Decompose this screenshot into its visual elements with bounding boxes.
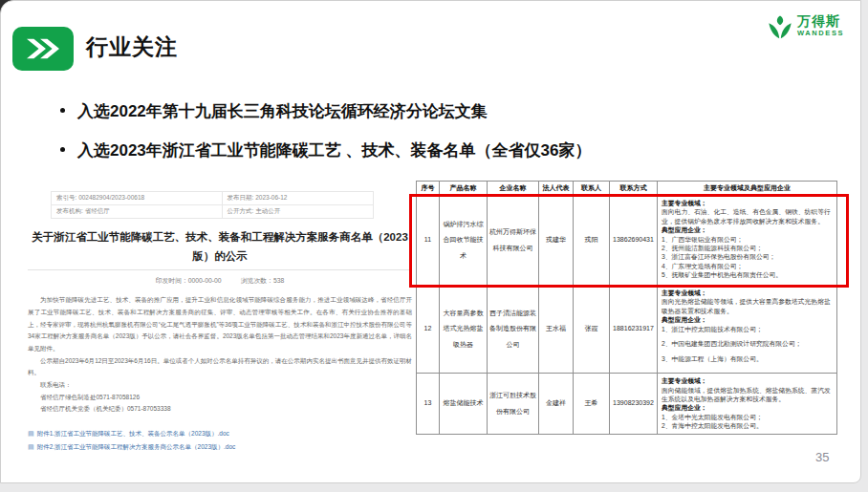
detail-apps-label: 典型应用企业：	[662, 315, 833, 324]
cell-no: 13	[417, 374, 440, 435]
bullet-text: 入选2022年第十九届长三角科技论坛循环经济分论坛文集	[77, 100, 488, 122]
cell-detail: 主要专业领域： 面向电力、石油、化工、造纸、有色金属、钢铁、纺织等行业，提供锅炉…	[658, 196, 837, 286]
attachment-icon: ▤	[28, 443, 34, 450]
detail-apps-list: 1、金塔中光太阳能发电有限公司； 2、青海中控太阳能发电有限公司。	[662, 413, 833, 431]
cell-company: 杭州万得斯环保科技有限公司	[488, 196, 539, 286]
table-header-row: 序号 产品名称 企业名称 法人代表 联系人 联系方式 主要专业领域及典型应用企业	[417, 182, 837, 196]
app-item: 2、抚州能洁新能源科技有限公司；	[662, 244, 833, 252]
app-item: 1、金塔中光太阳能发电有限公司；	[662, 413, 833, 421]
bullet-text: 入选2023年浙江省工业节能降碳工艺 、技术、装备名单（全省仅36家）	[77, 139, 591, 161]
cell-legal: 王水福	[539, 286, 574, 374]
meta-value: 省经信厅	[85, 207, 110, 214]
doc-meta-cell: 发布机构: 省经信厅	[52, 205, 223, 219]
company-logo: 万得斯 WANDESS	[767, 14, 844, 41]
cell-company: 浙江可胜技术股份有限公司	[488, 374, 539, 435]
page-number: 35	[815, 450, 829, 464]
cell-contact: 王希	[574, 374, 610, 435]
col-header: 主要专业领域及典型应用企业	[658, 182, 837, 196]
app-item: 2、中国电建集团西北勘测设计研究院有限公司；	[662, 339, 833, 348]
doc-stats: 印发时间：0000-00-00 浏览次数：538	[28, 276, 412, 286]
col-header: 联系人	[574, 182, 610, 196]
attachment-icon: ▤	[28, 430, 34, 437]
bullet-list: 入选2022年第十九届长三角科技论坛循环经济分论坛文集 入选2023年浙江省工业…	[60, 100, 768, 179]
cell-detail: 主要专业领域： 面向光热熔盐储能等领域，提供大容量高参数塔式光热熔盐吸热器装置和…	[658, 286, 837, 374]
logo-plant-icon	[767, 14, 793, 41]
doc-body: 为加快节能降碳先进工艺、技术、装备的推广应用，提升工业和信息化领域节能降碳综合服…	[28, 294, 412, 416]
detail-apps-label: 典型应用企业：	[662, 225, 833, 234]
provider-table-panel: 序号 产品名称 企业名称 法人代表 联系人 联系方式 主要专业领域及典型应用企业…	[416, 181, 837, 435]
cell-legal: 金建祥	[539, 374, 574, 435]
attachment-text: 附件1.浙江省工业节能降碳工艺、技术、装备公示名单（2023版）.doc	[37, 427, 229, 440]
cell-contact: 戎阳	[574, 196, 610, 286]
bullet-item: 入选2022年第十九届长三角科技论坛循环经济分论坛文集	[60, 100, 768, 122]
doc-meta-cell: 发布日期: 2023-06-12	[222, 192, 373, 205]
double-chevron-icon	[12, 27, 74, 71]
app-item: 2、青海中控太阳能发电有限公司。	[662, 421, 833, 430]
logo-text-cn: 万得斯	[797, 14, 844, 28]
meta-value: 主动公开	[255, 207, 280, 214]
cell-legal: 戎建华	[539, 196, 574, 286]
app-item: 3、浙江富春江环保热电股份有限公司；	[662, 252, 833, 261]
attachment-list: ▤ 附件1.浙江省工业节能降碳工艺、技术、装备公示名单（2023版）.doc ▤…	[28, 427, 412, 454]
cell-product: 大容量高参数塔式光热熔盐吸热器	[440, 286, 488, 374]
page-title: 行业关注	[86, 32, 178, 62]
meta-label: 发布机构:	[56, 207, 83, 214]
cell-no: 11	[417, 196, 440, 286]
attachment-text: 附件2.浙江省工业节能降碳工程解决方案服务商公示名单（2023版）.doc	[37, 440, 236, 454]
logo-text-en: WANDESS	[797, 30, 844, 37]
cell-product: 熔盐储能技术	[440, 374, 488, 435]
attachment-link[interactable]: ▤ 附件1.浙江省工业节能降碳工艺、技术、装备公示名单（2023版）.doc	[28, 427, 412, 440]
cell-phone: 13862690431	[610, 196, 658, 286]
col-header: 产品名称	[440, 182, 488, 196]
col-header: 企业名称	[488, 182, 539, 196]
table-row: 12 大容量高参数塔式光热熔盐吸热器 西子清洁能源装备制造股份有限公司 王水福 …	[417, 286, 837, 374]
doc-paragraph: 联系电话：	[28, 379, 412, 392]
detail-domain-label: 主要专业领域：	[662, 199, 833, 207]
doc-paragraph: 为加快节能降碳先进工艺、技术、装备的推广应用，提升工业和信息化领域节能降碳综合服…	[28, 294, 412, 354]
divider	[28, 269, 412, 270]
detail-apps-list: 1、广西华银铝业有限公司； 2、抚州能洁新能源科技有限公司； 3、浙江富春江环保…	[662, 235, 833, 280]
app-item: 5、抚顺矿业集团中机热电有限责任公司。	[662, 270, 833, 279]
attachment-link[interactable]: ▤ 附件2.浙江省工业节能降碳工程解决方案服务商公示名单（2023版）.doc	[28, 440, 412, 454]
doc-paragraph: 省经信厅绿色制造处0571-87058126	[28, 392, 412, 404]
bullet-item: 入选2023年浙江省工业节能降碳工艺 、技术、装备名单（全省仅36家）	[60, 139, 768, 161]
meta-label: 索引号:	[56, 194, 76, 201]
meta-label: 发布日期:	[228, 194, 254, 201]
col-header: 序号	[417, 182, 440, 196]
announcement-document: 索引号: 002482904/2023-00618 发布日期: 2023-06-…	[28, 184, 412, 454]
meta-value: 002482904/2023-00618	[78, 194, 144, 201]
cell-company: 西子清洁能源装备制造股份有限公司	[488, 286, 539, 374]
detail-domain-text: 面向光热熔盐储能等领域，提供大容量高参数塔式光热熔盐吸热器装置和技术服务。	[662, 297, 833, 315]
bullet-dot-icon	[60, 108, 65, 113]
cell-phone: 13908230392	[610, 374, 658, 435]
cell-product: 锅炉排污水综合回收节能技术	[440, 196, 488, 286]
doc-meta-cell: 索引号: 002482904/2023-00618	[52, 192, 223, 205]
doc-paragraph: 公示期自2023年6月12日至2023年6月16日。单位或者个人如对公示名单持有…	[28, 355, 412, 379]
doc-title: 关于浙江省工业节能降碳工艺、技术、装备和工程解决方案服务商名单（2023版）的公…	[28, 227, 412, 266]
detail-apps-list: 1、浙江中控太阳能技术有限公司； 2、中国电建集团西北勘测设计研究院有限公司； …	[662, 325, 833, 364]
app-item: 1、广西华银铝业有限公司；	[662, 235, 833, 244]
meta-label: 公开方式:	[228, 207, 254, 214]
detail-domain-text: 面向储能领域，提供熔盐加热系统、熔盐储热系统、蒸汽发生系统以及电加热器解决方案和…	[662, 386, 833, 404]
doc-paragraph: 省经信厅机关党委（机关纪委）0571-87053338	[28, 403, 412, 416]
bullet-dot-icon	[60, 147, 65, 152]
detail-domain-text: 面向电力、石油、化工、造纸、有色金属、钢铁、纺织等行业，提供锅炉余热废水零排放回…	[662, 207, 833, 225]
app-item: 1、浙江中控太阳能技术有限公司；	[662, 325, 833, 333]
cell-detail: 主要专业领域： 面向储能领域，提供熔盐加热系统、熔盐储热系统、蒸汽发生系统以及电…	[658, 374, 837, 435]
doc-meta-cell: 公开方式: 主动公开	[222, 205, 373, 219]
doc-meta-table: 索引号: 002482904/2023-00618 发布日期: 2023-06-…	[51, 191, 374, 219]
cell-contact: 张霞	[574, 286, 610, 374]
cell-phone: 18816231917	[610, 286, 658, 374]
cell-no: 12	[417, 286, 440, 374]
slide: 行业关注 万得斯 WANDESS 入选2022年第十九届长三角科技论坛循环经济分…	[0, 0, 861, 483]
provider-table: 序号 产品名称 企业名称 法人代表 联系人 联系方式 主要专业领域及典型应用企业…	[416, 181, 837, 435]
detail-domain-label: 主要专业领域：	[662, 376, 833, 385]
table-row: 11 锅炉排污水综合回收节能技术 杭州万得斯环保科技有限公司 戎建华 戎阳 13…	[417, 196, 837, 286]
detail-domain-label: 主要专业领域：	[662, 289, 833, 297]
app-item: 4、广东理文造纸有限公司；	[662, 262, 833, 270]
app-item: 3、中能源工程（上海）有限公司。	[662, 354, 833, 363]
detail-apps-label: 典型应用企业：	[662, 403, 833, 412]
col-header: 联系方式	[610, 182, 658, 196]
col-header: 法人代表	[539, 182, 574, 196]
meta-value: 2023-06-12	[255, 194, 287, 201]
